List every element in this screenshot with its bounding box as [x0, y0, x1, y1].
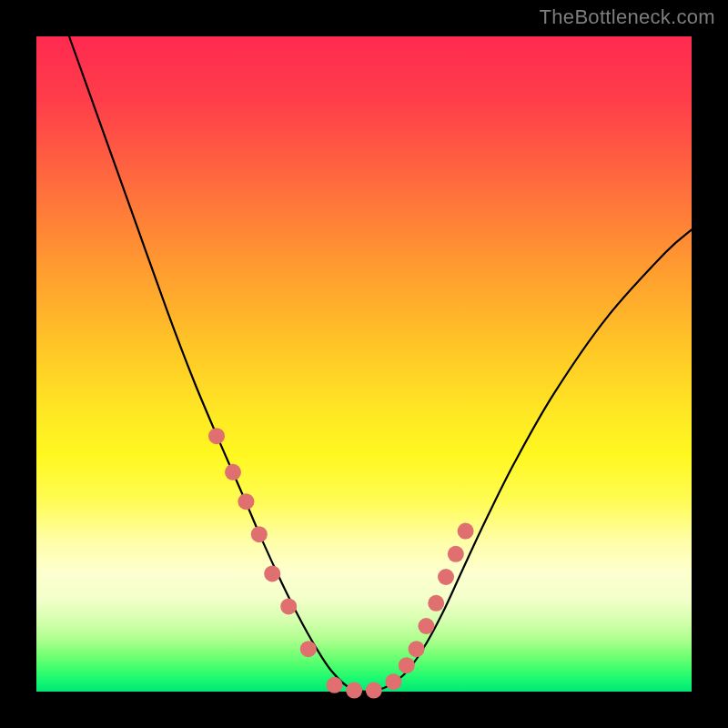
highlight-point [366, 682, 382, 699]
highlight-point [238, 493, 254, 510]
highlight-point [438, 569, 454, 585]
highlight-point [458, 523, 474, 540]
highlight-point [225, 464, 241, 480]
chart-frame: TheBottleneck.com [0, 0, 728, 728]
highlight-point [300, 641, 317, 657]
highlight-point [385, 673, 401, 690]
bottleneck-curve [69, 36, 692, 692]
highlight-points-group [208, 428, 474, 698]
highlight-point [448, 546, 464, 562]
watermark-label: TheBottleneck.com [540, 5, 715, 29]
highlight-point [399, 657, 415, 673]
highlight-point [409, 641, 425, 657]
highlight-point [327, 677, 343, 693]
highlight-point [418, 618, 434, 634]
highlight-point [264, 565, 280, 581]
highlight-point [208, 428, 225, 444]
highlight-point [280, 598, 297, 614]
highlight-point [428, 595, 444, 612]
chart-svg [36, 36, 692, 692]
highlight-point [346, 682, 362, 699]
highlight-point [251, 526, 268, 542]
